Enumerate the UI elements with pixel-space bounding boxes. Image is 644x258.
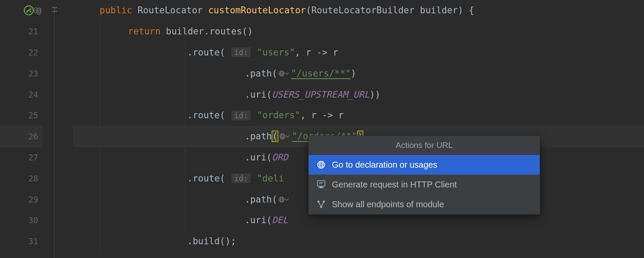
token-method-decl: customRouteLocator xyxy=(208,5,306,15)
token-constant: USERS_UPSTREAM_URL xyxy=(272,89,370,100)
gutter-line-current: 26 xyxy=(0,126,43,147)
code-line[interactable]: } xyxy=(73,252,644,258)
code-line[interactable]: return builder.routes() xyxy=(73,21,644,42)
popup-item-label: Show all endpoints of module xyxy=(332,200,444,209)
line-number: 22 xyxy=(28,48,38,57)
token-call: .build(); xyxy=(187,236,236,246)
token-expr: builder.routes() xyxy=(166,26,253,37)
gutter-line: 25 xyxy=(0,105,43,126)
token-call: .path( xyxy=(245,194,277,205)
token-call: .uri( xyxy=(245,152,272,163)
url-inlay-icon[interactable] xyxy=(279,132,291,140)
url-inlay-icon[interactable] xyxy=(278,196,290,203)
gutter-line: 30 xyxy=(0,210,43,231)
line-number: 30 xyxy=(28,215,38,225)
fold-column xyxy=(43,0,73,258)
gutter-line: 23 xyxy=(0,63,43,84)
token-call: .route( xyxy=(187,173,225,184)
gutter-line: 21 xyxy=(0,21,43,42)
token-call: .path xyxy=(245,131,272,141)
spring-bean-gutter-icon[interactable] xyxy=(24,5,34,15)
token-punct: )) xyxy=(370,89,380,100)
line-number: 24 xyxy=(28,90,38,99)
popup-item-go-to-declaration[interactable]: Go to declaration or usages xyxy=(309,155,540,175)
popup-item-label: Go to declaration or usages xyxy=(332,160,437,170)
token-call: .uri( xyxy=(245,89,272,100)
token-call: .path( xyxy=(245,68,277,79)
svg-text:API: API xyxy=(320,186,322,188)
token-punct: ) { xyxy=(458,5,474,15)
token-string: "users" xyxy=(257,47,295,58)
line-number: 31 xyxy=(28,236,38,246)
matched-bracket-open: ( xyxy=(272,131,278,142)
gutter-line xyxy=(0,252,43,258)
endpoints-icon xyxy=(316,200,326,209)
line-number: 21 xyxy=(28,27,38,36)
line-number: 26 xyxy=(28,132,38,141)
line-number: 23 xyxy=(28,69,38,78)
token-call: .route( xyxy=(187,110,225,120)
annotation-at-icon: @ xyxy=(36,6,41,15)
token-punct: , r -> r xyxy=(295,47,338,58)
line-number: 28 xyxy=(28,174,38,183)
parameter-hint: id: xyxy=(231,111,251,120)
token-call: .uri( xyxy=(245,215,272,225)
token-keyword: return xyxy=(128,26,161,37)
code-line[interactable]: .route( id: "users" , r -> r xyxy=(73,42,644,63)
code-line[interactable]: .route( id: "orders" , r -> r xyxy=(73,105,644,126)
token-param: builder xyxy=(420,5,458,15)
gutter-line: 28 xyxy=(0,168,43,189)
parameter-hint: id: xyxy=(231,173,251,183)
popup-item-label: Generate request in HTTP Client xyxy=(332,180,457,190)
gutter-line: 22 xyxy=(0,42,43,63)
token-string: "deli xyxy=(257,173,284,184)
token-type: RouteLocator xyxy=(138,5,203,15)
popup-title: Actions for URL xyxy=(309,136,540,155)
gutter-line: 27 xyxy=(0,147,43,168)
token-punct: , r -> r xyxy=(301,110,344,120)
code-line[interactable]: public RouteLocator customRouteLocator( … xyxy=(73,0,644,21)
token-string: "orders" xyxy=(257,110,300,120)
code-line[interactable]: .path( "/users/**" ) xyxy=(73,63,644,84)
gutter-line: 24 xyxy=(0,84,43,105)
popup-item-generate-http-request[interactable]: API Generate request in HTTP Client xyxy=(309,175,540,194)
code-line[interactable]: .build(); xyxy=(73,231,644,252)
gutter-line: 29 xyxy=(0,189,43,210)
url-actions-popup: Actions for URL Go to declaration or usa… xyxy=(308,135,540,215)
globe-icon xyxy=(316,160,326,169)
line-number: 27 xyxy=(28,153,38,162)
line-number: 25 xyxy=(28,111,38,120)
gutter-line: 20 @ xyxy=(0,0,43,21)
token-punct: ) xyxy=(351,68,356,79)
code-viewport[interactable]: public RouteLocator customRouteLocator( … xyxy=(73,0,644,258)
popup-item-show-endpoints[interactable]: Show all endpoints of module xyxy=(309,194,540,214)
token-keyword: public xyxy=(100,5,132,15)
api-icon: API xyxy=(316,180,326,189)
gutter: 20 @ 21 22 23 24 25 26 27 28 29 30 31 xyxy=(0,0,43,258)
token-constant: ORD xyxy=(272,152,288,163)
token-type: RouteLocatorBuilder xyxy=(311,5,414,15)
parameter-hint: id: xyxy=(231,47,251,57)
code-line[interactable]: .uri( USERS_UPSTREAM_URL )) xyxy=(73,84,644,105)
code-editor[interactable]: 20 @ 21 22 23 24 25 26 27 28 29 30 31 xyxy=(0,0,644,258)
url-inlay-icon[interactable] xyxy=(278,70,290,77)
gutter-line: 31 xyxy=(0,231,43,252)
fold-toggle-icon[interactable] xyxy=(51,5,58,15)
token-url-string[interactable]: "/users/**" xyxy=(291,68,351,79)
line-number: 29 xyxy=(28,195,38,204)
token-constant: DEL xyxy=(272,215,288,225)
token-call: .route( xyxy=(187,47,225,58)
